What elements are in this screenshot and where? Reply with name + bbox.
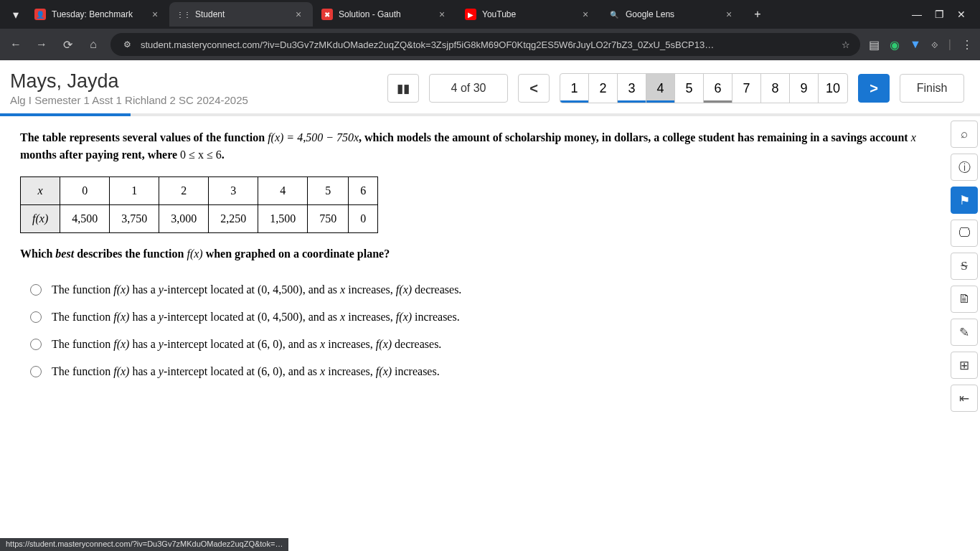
strikethrough-tool[interactable]: S (951, 253, 978, 280)
option-radio[interactable] (30, 366, 42, 377)
site-info-icon[interactable]: ⚙ (121, 38, 133, 51)
answer-option[interactable]: The function f(x) has a y-intercept loca… (30, 331, 937, 358)
extension-icon[interactable]: ▼ (910, 38, 921, 51)
restore-icon[interactable]: ❐ (935, 9, 944, 20)
prev-question-button[interactable]: < (518, 74, 550, 103)
answer-option[interactable]: The function f(x) has a y-intercept loca… (30, 276, 937, 303)
question-nav-item[interactable]: 2 (589, 74, 618, 103)
table-cell: 750 (308, 205, 349, 233)
url-box[interactable]: ⚙ student.masteryconnect.com/?iv=Du3Gv7z… (110, 33, 860, 56)
question-stem: The table represents several values of t… (20, 129, 937, 164)
toolbar-actions: ▤ ◉ ▼ ⟐ | ⋮ (869, 38, 973, 52)
browser-tab[interactable]: ⋮⋮Student× (169, 2, 313, 27)
new-tab-button[interactable]: + (748, 4, 768, 24)
table-cell: 1 (110, 177, 159, 205)
table-cell: 6 (349, 177, 378, 205)
question-nav-item[interactable]: 5 (675, 74, 704, 103)
minimize-icon[interactable]: — (912, 9, 922, 20)
stem-function: f(x) = 4,500 − 750x (268, 131, 359, 143)
tab-title: Google Lens (626, 9, 717, 19)
question-nav-item[interactable]: 7 (732, 74, 761, 103)
table-cell: 4 (258, 177, 308, 205)
tab-search-dropdown[interactable]: ▾ (6, 4, 26, 24)
question-nav-item[interactable]: 4 (646, 74, 675, 103)
table-cell: 3 (209, 177, 258, 205)
finish-button[interactable]: Finish (900, 74, 964, 103)
student-name: Mays, Jayda (10, 70, 248, 93)
option-radio[interactable] (30, 339, 42, 350)
question-nav-item[interactable]: 1 (560, 74, 589, 103)
home-button[interactable]: ⌂ (85, 36, 102, 53)
student-block: Mays, Jayda Alg I Semester 1 Asst 1 Rich… (10, 70, 248, 106)
browser-tab[interactable]: 👤Tuesday: Benchmark× (26, 2, 169, 27)
kebab-menu-icon[interactable]: ⋮ (961, 38, 973, 52)
divider: | (948, 38, 951, 51)
window-controls: — ❐ ✕ (912, 9, 974, 20)
page-content: Mays, Jayda Alg I Semester 1 Asst 1 Rich… (0, 60, 980, 538)
answer-option[interactable]: The function f(x) has a y-intercept loca… (30, 303, 937, 331)
tab-close-icon[interactable]: × (723, 9, 735, 20)
browser-tab[interactable]: ▶YouTube× (456, 2, 600, 27)
tab-favicon: ⋮⋮ (178, 9, 189, 20)
browser-tab[interactable]: 🔍Google Lens× (600, 2, 743, 27)
option-radio[interactable] (30, 311, 42, 323)
tab-title: Tuesday: Benchmark (52, 9, 143, 19)
tab-title: YouTube (482, 9, 574, 19)
tab-favicon: ▶ (465, 9, 476, 20)
flag-tool[interactable]: ⚑ (951, 187, 978, 214)
tab-close-icon[interactable]: × (149, 9, 161, 20)
question-nav-item[interactable]: 8 (761, 74, 790, 103)
tab-close-icon[interactable]: × (436, 9, 448, 20)
stem-part: months after paying rent, where (20, 149, 180, 161)
draw-tool[interactable]: ✎ (951, 319, 978, 346)
stem-var: x (911, 131, 916, 143)
extensions-puzzle-icon[interactable]: ⟐ (931, 38, 938, 51)
table-cell: 5 (308, 177, 349, 205)
table-cell: 0 (349, 205, 378, 233)
tab-favicon: 🔍 (608, 9, 620, 20)
stem-part: The table represents several values of t… (20, 131, 268, 143)
answer-option[interactable]: The function f(x) has a y-intercept loca… (30, 358, 937, 385)
tab-close-icon[interactable]: × (293, 9, 304, 20)
url-text: student.masteryconnect.com/?iv=Du3Gv7zMK… (141, 39, 834, 50)
table-cell: 3,000 (159, 205, 209, 233)
assessment-name: Alg I Semester 1 Asst 1 Richland 2 SC 20… (10, 94, 248, 106)
browser-status-bar: https://student.masteryconnect.com/?iv=D… (0, 538, 288, 551)
next-question-button[interactable]: > (858, 74, 890, 103)
table-row-label: f(x) (21, 205, 60, 233)
question-nav-item[interactable]: 6 (704, 74, 732, 103)
browser-tab[interactable]: ✖Solution - Gauth× (313, 2, 456, 27)
subq-fx: f(x) (187, 248, 202, 260)
back-button[interactable]: ← (7, 36, 24, 53)
table-cell: 2 (159, 177, 209, 205)
table-cell: 4,500 (60, 205, 110, 233)
grammarly-icon[interactable]: ◉ (890, 38, 900, 52)
close-window-icon[interactable]: ✕ (957, 9, 966, 20)
tab-close-icon[interactable]: × (580, 9, 591, 20)
accessibility-tool[interactable]: ⓘ (951, 154, 978, 181)
question-nav-item[interactable]: 10 (819, 74, 847, 103)
forward-button[interactable]: → (33, 36, 50, 53)
display-tool[interactable]: 🖵 (951, 220, 978, 247)
notes-tool[interactable]: 🗎 (951, 286, 978, 313)
reload-button[interactable]: ⟳ (59, 36, 76, 53)
answer-options: The function f(x) has a y-intercept loca… (20, 276, 937, 385)
pause-button[interactable]: ▮▮ (387, 74, 419, 103)
tool-rail: ⌕ ⓘ ⚑ 🖵 S 🗎 ✎ ⊞ ⇤ (948, 116, 980, 412)
zoom-tool[interactable]: ⌕ (951, 121, 978, 148)
stem-domain: 0 ≤ x ≤ 6 (180, 149, 222, 161)
subq-part: Which (20, 248, 55, 260)
option-radio[interactable] (30, 284, 42, 296)
stem-part: . (222, 149, 225, 161)
stem-part: , which models the amount of scholarship… (359, 131, 911, 143)
option-text: The function f(x) has a y-intercept loca… (52, 338, 441, 351)
calculator-tool[interactable]: ⊞ (951, 352, 978, 379)
question-nav-item[interactable]: 3 (618, 74, 646, 103)
collapse-rail[interactable]: ⇤ (951, 385, 978, 412)
bookmark-icon[interactable]: ☆ (842, 39, 850, 50)
reader-icon[interactable]: ▤ (869, 38, 880, 52)
question-nav-item[interactable]: 9 (790, 74, 819, 103)
table-cell: 2,250 (209, 205, 258, 233)
tab-title: Solution - Gauth (339, 9, 430, 19)
sub-question: Which best describes the function f(x) w… (20, 248, 937, 260)
